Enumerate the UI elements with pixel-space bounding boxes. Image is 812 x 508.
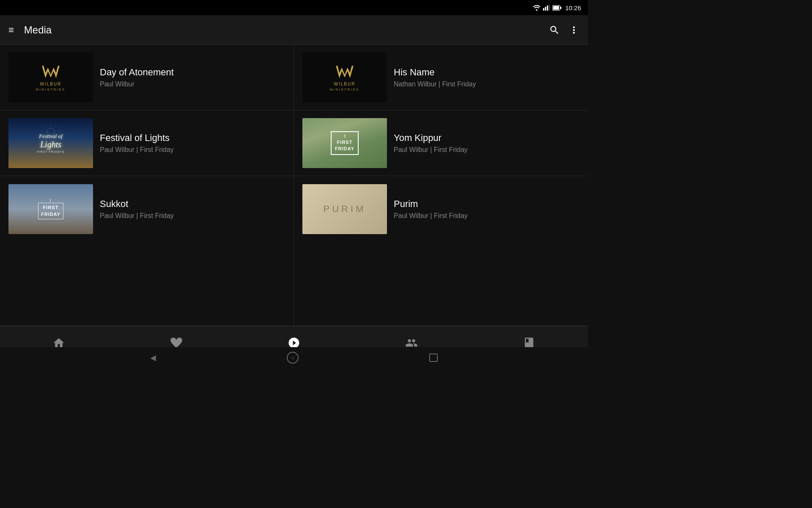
svg-rect-2	[545, 7, 546, 11]
search-icon[interactable]	[549, 25, 560, 36]
svg-point-0	[536, 9, 538, 11]
thumbnail-day-of-atonement: WILBUR MINISTRIES	[8, 52, 93, 102]
status-bar: 10:26	[0, 0, 588, 15]
media-item-yom-kippur[interactable]: Ꞓ FIRSTFRIDAY Yom Kippur Paul Wilbur | F…	[294, 110, 588, 176]
media-item-purim[interactable]: PURIM Purim Paul Wilbur | First Friday	[294, 176, 588, 242]
media-item-day-of-atonement[interactable]: WILBUR MINISTRIES Day of Atonement Paul …	[0, 45, 294, 110]
media-item-his-name[interactable]: WILBUR MINISTRIES His Name Nathan Wilbur…	[294, 45, 588, 110]
media-info-sukkot: Sukkot Paul Wilbur | First Friday	[100, 199, 285, 220]
svg-rect-6	[553, 6, 559, 10]
svg-line-10	[55, 124, 56, 126]
media-subtitle-day-of-atonement: Paul Wilbur	[100, 80, 285, 88]
media-subtitle-yom-kippur: Paul Wilbur | First Friday	[394, 146, 579, 154]
status-time: 10:26	[565, 4, 581, 11]
content-area: WILBUR MINISTRIES Day of Atonement Paul …	[0, 45, 588, 326]
media-title-sukkot: Sukkot	[100, 199, 285, 210]
wilbur-subtitle: MINISTRIES	[36, 88, 66, 91]
signal-icon	[543, 5, 550, 11]
thumbnail-his-name: WILBUR MINISTRIES	[302, 52, 387, 102]
svg-rect-4	[549, 5, 550, 11]
home-button[interactable]: ○	[287, 352, 299, 364]
battery-icon	[552, 5, 562, 11]
svg-line-11	[58, 130, 60, 131]
media-title-yom-kippur: Yom Kippur	[394, 133, 579, 144]
media-info-his-name: His Name Nathan Wilbur | First Friday	[394, 67, 579, 88]
back-button[interactable]: ◀	[150, 353, 156, 362]
recents-button[interactable]	[429, 353, 438, 362]
media-title-festival-of-lights: Festival of Lights	[100, 133, 285, 144]
svg-line-17	[41, 130, 44, 131]
media-subtitle-his-name: Nathan Wilbur | First Friday	[394, 80, 579, 88]
wilbur-name-2: WILBUR	[334, 82, 356, 86]
purim-thumb-text: PURIM	[324, 204, 366, 215]
media-subtitle-festival-of-lights: Paul Wilbur | First Friday	[100, 146, 285, 154]
app-title: Media	[24, 24, 549, 36]
media-info-purim: Purim Paul Wilbur | First Friday	[394, 199, 579, 220]
media-info-festival-of-lights: Festival of Lights Paul Wilbur | First F…	[100, 133, 285, 154]
media-title-purim: Purim	[394, 199, 579, 210]
yom-overlay: Ꞓ FIRSTFRIDAY	[302, 118, 387, 168]
media-info-yom-kippur: Yom Kippur Paul Wilbur | First Friday	[394, 133, 579, 154]
left-column: WILBUR MINISTRIES Day of Atonement Paul …	[0, 45, 294, 326]
wilbur-subtitle-2: MINISTRIES	[330, 88, 359, 91]
wilbur-logo-1: WILBUR MINISTRIES	[36, 64, 66, 91]
media-subtitle-purim: Paul Wilbur | First Friday	[394, 212, 579, 220]
media-subtitle-sukkot: Paul Wilbur | First Friday	[100, 212, 285, 220]
status-icons	[533, 5, 562, 11]
media-info-day-of-atonement: Day of Atonement Paul Wilbur	[100, 67, 285, 88]
festival-thumb-text: Festival of Lights FIRST FRIDAYS	[37, 133, 65, 153]
app-bar: ≡ Media	[0, 15, 588, 45]
right-column: WILBUR MINISTRIES His Name Nathan Wilbur…	[294, 45, 588, 326]
system-nav-bar: ◀ ○	[0, 347, 588, 368]
more-icon[interactable]	[568, 25, 579, 36]
media-title-day-of-atonement: Day of Atonement	[100, 67, 285, 78]
wilbur-logo-2: WILBUR MINISTRIES	[330, 64, 359, 91]
wilbur-w-logo	[40, 64, 61, 80]
media-item-sukkot[interactable]: Ꞓ FIRSTFRIDAY Sukkot Paul Wilbur | First…	[0, 176, 294, 242]
media-title-his-name: His Name	[394, 67, 579, 78]
wilbur-w-logo-2	[334, 64, 355, 80]
thumbnail-festival-of-lights: Festival of Lights FIRST FRIDAYS	[8, 118, 93, 168]
wilbur-name: WILBUR	[40, 82, 62, 86]
thumbnail-sukkot: Ꞓ FIRSTFRIDAY	[8, 184, 93, 234]
action-icons	[549, 25, 579, 36]
menu-icon[interactable]: ≡	[8, 25, 14, 36]
thumbnail-purim: PURIM	[302, 184, 387, 234]
first-friday-badge-yom: Ꞓ FIRSTFRIDAY	[331, 131, 359, 155]
svg-rect-3	[547, 6, 548, 11]
wifi-icon	[533, 5, 540, 11]
svg-line-18	[45, 124, 46, 126]
media-item-festival-of-lights[interactable]: Festival of Lights FIRST FRIDAYS Festiva…	[0, 110, 294, 176]
svg-rect-1	[543, 8, 544, 11]
svg-rect-7	[560, 7, 562, 9]
thumbnail-yom-kippur: Ꞓ FIRSTFRIDAY	[302, 118, 387, 168]
sukkot-badge: Ꞓ FIRSTFRIDAY	[8, 184, 93, 234]
